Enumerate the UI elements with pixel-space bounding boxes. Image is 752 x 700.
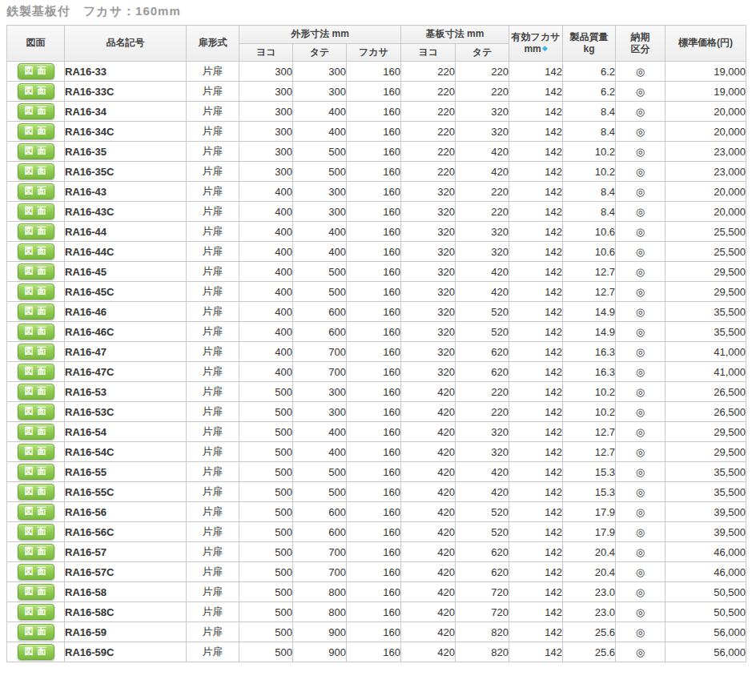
drawing-button[interactable]: 図 面 bbox=[18, 444, 54, 460]
col-header-base-dims-label: 基板寸法 mm bbox=[426, 28, 485, 39]
weight-cell: 23.0 bbox=[563, 582, 616, 602]
door-type-cell: 片扉 bbox=[187, 202, 239, 222]
weight-cell: 10.6 bbox=[563, 222, 616, 242]
price-cell: 29,500 bbox=[666, 422, 746, 442]
price-cell: 35,500 bbox=[666, 482, 746, 502]
outer-depth-cell: 160 bbox=[347, 402, 401, 422]
price-cell: 46,000 bbox=[666, 562, 746, 582]
door-type-cell: 片扉 bbox=[187, 262, 239, 282]
drawing-button[interactable]: 図 面 bbox=[18, 183, 54, 199]
drawing-button[interactable]: 図 面 bbox=[18, 404, 54, 420]
drawing-button[interactable]: 図 面 bbox=[18, 324, 54, 340]
drawing-button[interactable]: 図 面 bbox=[18, 203, 54, 219]
base-height-cell: 320 bbox=[456, 442, 509, 462]
base-height-cell: 520 bbox=[456, 522, 509, 542]
col-header-outer-dims-label: 外形寸法 mm bbox=[291, 28, 349, 39]
outer-depth-cell: 160 bbox=[347, 502, 401, 522]
drawing-cell: 図 面 bbox=[7, 242, 65, 262]
price-cell: 23,000 bbox=[666, 142, 746, 162]
base-width-cell: 320 bbox=[401, 342, 456, 362]
outer-height-cell: 500 bbox=[293, 142, 347, 162]
effective-depth-cell: 142 bbox=[509, 362, 563, 382]
outer-width-cell: 500 bbox=[239, 622, 293, 642]
drawing-cell: 図 面 bbox=[7, 162, 65, 182]
drawing-button[interactable]: 図 面 bbox=[18, 644, 54, 660]
drawing-button[interactable]: 図 面 bbox=[18, 584, 54, 600]
price-cell: 41,000 bbox=[666, 342, 746, 362]
drawing-button[interactable]: 図 面 bbox=[18, 504, 54, 520]
weight-cell: 25.6 bbox=[563, 622, 616, 642]
base-width-cell: 220 bbox=[401, 142, 456, 162]
drawing-button[interactable]: 図 面 bbox=[18, 344, 54, 360]
base-height-cell: 220 bbox=[456, 182, 509, 202]
outer-width-cell: 400 bbox=[239, 282, 293, 302]
table-row: 図 面 RA16-44 片扉 400 400 160 320 320 142 1… bbox=[7, 222, 746, 242]
price-cell: 26,500 bbox=[666, 402, 746, 422]
drawing-button[interactable]: 図 面 bbox=[18, 284, 54, 300]
door-type-cell: 片扉 bbox=[187, 242, 239, 262]
drawing-button[interactable]: 図 面 bbox=[18, 223, 54, 239]
drawing-button[interactable]: 図 面 bbox=[18, 424, 54, 440]
drawing-button[interactable]: 図 面 bbox=[18, 243, 54, 259]
drawing-button[interactable]: 図 面 bbox=[18, 384, 54, 400]
outer-width-cell: 500 bbox=[239, 522, 293, 542]
drawing-button[interactable]: 図 面 bbox=[18, 544, 54, 560]
drawing-button[interactable]: 図 面 bbox=[18, 163, 54, 179]
weight-cell: 6.2 bbox=[563, 62, 616, 82]
table-row: 図 面 RA16-46 片扉 400 600 160 320 520 142 1… bbox=[7, 302, 746, 322]
price-cell: 46,000 bbox=[666, 542, 746, 562]
base-width-cell: 420 bbox=[401, 502, 456, 522]
drawing-button[interactable]: 図 面 bbox=[18, 143, 54, 159]
drawing-button[interactable]: 図 面 bbox=[18, 484, 54, 500]
drawing-button[interactable]: 図 面 bbox=[18, 564, 54, 580]
drawing-button[interactable]: 図 面 bbox=[18, 604, 54, 620]
drawing-button[interactable]: 図 面 bbox=[18, 464, 54, 480]
drawing-button[interactable]: 図 面 bbox=[18, 304, 54, 320]
drawing-button[interactable]: 図 面 bbox=[18, 624, 54, 640]
product-code-cell: RA16-56C bbox=[65, 522, 187, 542]
delivery-badge: ◎ bbox=[616, 102, 666, 122]
weight-cell: 25.6 bbox=[563, 642, 616, 662]
col-header-outer-width: ヨコ bbox=[239, 43, 293, 62]
product-code-cell: RA16-34C bbox=[65, 122, 187, 142]
weight-cell: 16.3 bbox=[563, 342, 616, 362]
drawing-button[interactable]: 図 面 bbox=[18, 83, 54, 99]
drawing-button[interactable]: 図 面 bbox=[18, 103, 54, 119]
effective-depth-cell: 142 bbox=[509, 642, 563, 662]
weight-cell: 8.4 bbox=[563, 102, 616, 122]
drawing-button[interactable]: 図 面 bbox=[18, 264, 54, 280]
outer-height-label: タテ bbox=[310, 46, 330, 58]
effective-depth-cell: 142 bbox=[509, 462, 563, 482]
col-header-price-label: 標準価格(円) bbox=[678, 37, 733, 48]
drawing-button[interactable]: 図 面 bbox=[18, 123, 54, 139]
delivery-badge: ◎ bbox=[616, 162, 666, 182]
drawing-cell: 図 面 bbox=[7, 582, 65, 602]
outer-width-cell: 500 bbox=[239, 602, 293, 622]
weight-cell: 23.0 bbox=[563, 602, 616, 622]
col-header-door-type-label: 扉形式 bbox=[199, 37, 227, 48]
weight-cell: 17.9 bbox=[563, 522, 616, 542]
door-type-cell: 片扉 bbox=[187, 362, 239, 382]
outer-width-cell: 300 bbox=[239, 142, 293, 162]
base-width-cell: 420 bbox=[401, 602, 456, 622]
drawing-cell: 図 面 bbox=[7, 82, 65, 102]
drawing-button[interactable]: 図 面 bbox=[18, 364, 54, 380]
weight-cell: 15.3 bbox=[563, 482, 616, 502]
door-type-cell: 片扉 bbox=[187, 222, 239, 242]
drawing-cell: 図 面 bbox=[7, 602, 65, 622]
outer-width-cell: 500 bbox=[239, 442, 293, 462]
price-cell: 35,500 bbox=[666, 462, 746, 482]
effective-depth-label-line1: 有効フカサ bbox=[512, 31, 561, 42]
table-row: 図 面 RA16-58C 片扉 500 800 160 420 720 142 … bbox=[7, 602, 746, 622]
drawing-cell: 図 面 bbox=[7, 102, 65, 122]
delivery-badge: ◎ bbox=[616, 182, 666, 202]
outer-depth-label: フカサ bbox=[359, 46, 388, 58]
col-header-base-dims: 基板寸法 mm bbox=[401, 26, 509, 44]
price-cell: 20,000 bbox=[666, 182, 746, 202]
delivery-badge: ◎ bbox=[616, 122, 666, 142]
drawing-button[interactable]: 図 面 bbox=[18, 63, 54, 79]
outer-width-cell: 300 bbox=[239, 122, 293, 142]
drawing-button[interactable]: 図 面 bbox=[18, 524, 54, 540]
door-type-cell: 片扉 bbox=[187, 382, 239, 402]
drawing-cell: 図 面 bbox=[7, 462, 65, 482]
